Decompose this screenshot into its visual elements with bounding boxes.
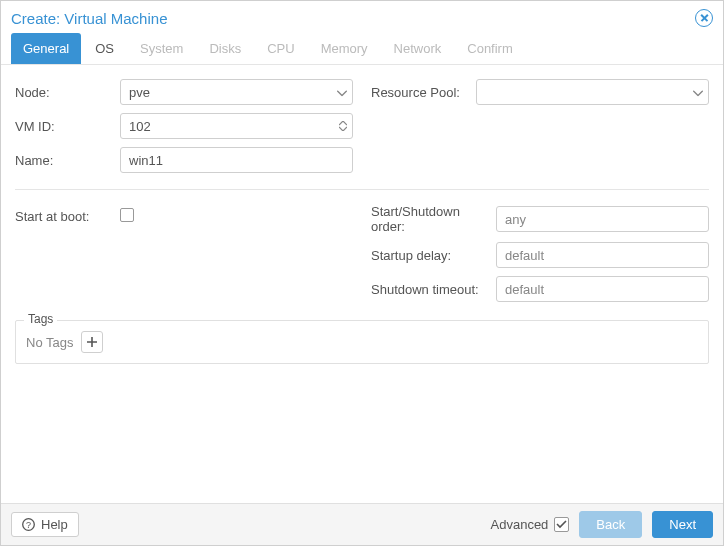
separator: [15, 189, 709, 190]
tab-cpu: CPU: [255, 33, 306, 64]
add-tag-button[interactable]: [81, 331, 103, 353]
close-icon[interactable]: [695, 9, 713, 27]
help-label: Help: [41, 517, 68, 532]
right-col: Resource Pool:: [371, 79, 709, 181]
next-button[interactable]: Next: [652, 511, 713, 538]
left-col: Node: VM ID:: [15, 79, 353, 181]
tab-os[interactable]: OS: [83, 33, 126, 64]
tags-legend: Tags: [24, 312, 57, 326]
start-order-field[interactable]: [496, 206, 709, 232]
name-label: Name:: [15, 153, 120, 168]
advanced-label: Advanced: [491, 517, 549, 532]
tab-confirm: Confirm: [455, 33, 525, 64]
vmid-spinner[interactable]: [120, 113, 353, 139]
resource-pool-label: Resource Pool:: [371, 85, 476, 100]
tab-network: Network: [382, 33, 454, 64]
advanced-row: Start at boot: Start/Shutdown order: Sta…: [15, 204, 709, 310]
vmid-label: VM ID:: [15, 119, 120, 134]
tags-empty-text: No Tags: [26, 335, 73, 350]
shutdown-timeout-label: Shutdown timeout:: [371, 282, 496, 297]
create-vm-wizard: Create: Virtual Machine General OS Syste…: [0, 0, 724, 546]
form-body: Node: VM ID:: [1, 65, 723, 503]
tags-fieldset: Tags No Tags: [15, 320, 709, 364]
start-at-boot-checkbox[interactable]: [120, 208, 134, 222]
resource-pool-combo[interactable]: [476, 79, 709, 105]
advanced-toggle[interactable]: Advanced: [491, 517, 570, 532]
start-order-label: Start/Shutdown order:: [371, 204, 496, 234]
check-icon: [556, 519, 567, 530]
help-button[interactable]: ? Help: [11, 512, 79, 537]
tab-disks: Disks: [197, 33, 253, 64]
back-button: Back: [579, 511, 642, 538]
tab-strip: General OS System Disks CPU Memory Netwo…: [1, 33, 723, 65]
node-combo[interactable]: [120, 79, 353, 105]
shutdown-timeout-field[interactable]: [496, 276, 709, 302]
tab-system: System: [128, 33, 195, 64]
footer: ? Help Advanced Back Next: [1, 503, 723, 545]
start-at-boot-label: Start at boot:: [15, 209, 120, 224]
svg-text:?: ?: [26, 520, 31, 530]
startup-delay-label: Startup delay:: [371, 248, 496, 263]
tab-memory: Memory: [309, 33, 380, 64]
node-label: Node:: [15, 85, 120, 100]
tab-general[interactable]: General: [11, 33, 81, 64]
advanced-checkbox[interactable]: [554, 517, 569, 532]
startup-delay-field[interactable]: [496, 242, 709, 268]
plus-icon: [87, 337, 97, 347]
titlebar: Create: Virtual Machine: [1, 1, 723, 33]
window-title: Create: Virtual Machine: [11, 10, 167, 27]
name-field[interactable]: [120, 147, 353, 173]
help-icon: ?: [22, 518, 35, 531]
basic-row: Node: VM ID:: [15, 79, 709, 181]
